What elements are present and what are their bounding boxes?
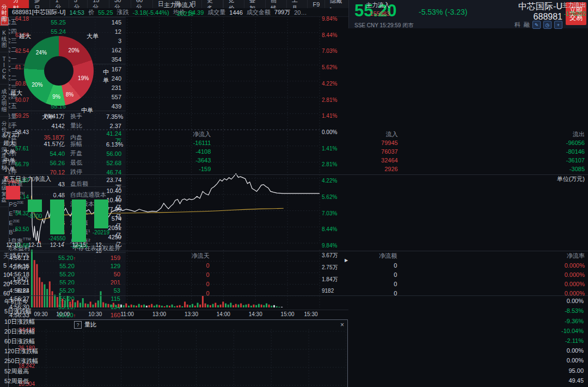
days-table-row: 20000.000% xyxy=(0,279,588,288)
edit-icon[interactable]: ✎ xyxy=(532,21,541,29)
stock-app-window: 分时图K线图TICK成交明细分价表深度资料超级复盘 分时多日1分5分15分30分… xyxy=(0,0,588,387)
flow-table-row-小单: 小单-1592926-3085 xyxy=(0,165,588,173)
donut-segment-label: 中单 xyxy=(103,68,111,84)
donut-percent-label: 8% xyxy=(66,91,74,97)
days-table-row: 10000.000% xyxy=(0,270,588,279)
period-stat-10日涨跌幅: 10日涨跌幅-9.36% xyxy=(0,318,588,326)
donut-segment-label: 大单 xyxy=(42,113,54,121)
five-day-dates: 12-1012-1112-1412-1512-16 xyxy=(2,242,112,250)
quote-badges: 科融✎◷+ xyxy=(511,21,562,29)
flow-table-row-大单: 大单-410876037-80146 xyxy=(0,147,588,156)
percent-axis-label: 9.84% xyxy=(322,243,347,249)
net-inflow-days-table: 天数净流天净流额净流率5000.000%10000.000%20000.000%… xyxy=(0,251,588,298)
period-stat-52周最低: 52周最低49.45 xyxy=(0,377,588,385)
five-day-bar-chart: 9448-8700-24550-29804-20219 xyxy=(2,185,112,242)
flow-summary-label: 主力流出 xyxy=(392,1,588,9)
five-day-bar xyxy=(94,199,108,228)
donut-segment-label: 大单 xyxy=(87,32,99,40)
five-day-bar-value: -24550 xyxy=(48,235,65,241)
period-stat-年初至今: 年初至今0.00% xyxy=(0,298,588,306)
period-stat-250日涨跌幅: 250日涨跌幅0.00% xyxy=(0,357,588,365)
percent-axis-label: 5.62% xyxy=(322,194,347,200)
five-day-bar-value: -8700 xyxy=(28,213,42,219)
flow-table-row-超大: 超大-1611179945-96056 xyxy=(0,138,588,147)
flow-summary-value: -20219 xyxy=(0,10,196,17)
period-stat-20日涨跌幅: 20日涨跌幅-10.04% xyxy=(0,328,588,336)
percent-axis-label: 2.81% xyxy=(322,97,347,103)
donut-percent-label: 20% xyxy=(32,82,42,88)
flow-table-header: (万元)净流入流入流出 xyxy=(0,130,588,138)
period-stat-5日涨跌幅: 5日涨跌幅-8.53% xyxy=(0,307,588,316)
donut-segment-label: 超大 xyxy=(10,89,22,97)
days-table-row: 5000.000% xyxy=(0,261,588,270)
period-stat-120日涨跌幅: 120日涨跌幅0.00% xyxy=(0,347,588,355)
period-change-stats: 年初至今0.00%5日涨跌幅-8.53%10日涨跌幅-9.36%20日涨跌幅-1… xyxy=(0,295,588,387)
percent-axis-label: 5.62% xyxy=(322,64,347,70)
flow-summary-label: 主力净流入 xyxy=(0,1,196,9)
flow-summary-value: -176202 xyxy=(392,10,588,17)
five-day-bar-value: -20219 xyxy=(93,229,109,235)
main-flow-summary: 主力净流入主力流入主力流出-20219155983-176202 xyxy=(0,0,588,17)
market-status: SSE CNY 15:29:59 闭市 xyxy=(354,22,413,29)
donut-hole xyxy=(44,56,74,86)
five-day-section-header: 近五日主力净流入 单位(万元) xyxy=(0,174,588,183)
flow-summary-label: 主力流入 xyxy=(196,1,392,9)
five-day-date-label: 12-10 xyxy=(6,242,20,248)
fund-flow-table: (万元)净流入流入流出超大-1611179945-96056大单-4108760… xyxy=(0,130,588,173)
flow-table-row-中单: 中单-364332464-36107 xyxy=(0,156,588,165)
five-day-bar xyxy=(72,199,86,242)
fund-flow-donut: 20%19%8%9%20%24%超大大单中单中单大单超大 xyxy=(0,20,114,129)
five-day-date-label: 12-15 xyxy=(72,242,86,248)
add-icon[interactable]: + xyxy=(554,21,562,29)
five-day-bar-value: 9448 xyxy=(7,179,19,185)
days-table-header: 天数净流天净流额净流率 xyxy=(0,251,588,261)
percent-axis-label: 8.44% xyxy=(322,226,347,232)
five-day-unit: 单位(万元) xyxy=(557,175,585,183)
period-stat-60日涨跌幅: 60日涨跌幅-2.11% xyxy=(0,337,588,346)
badge-科: 科 xyxy=(514,21,520,29)
badge-融: 融 xyxy=(524,21,530,29)
percent-axis-label: 4.22% xyxy=(322,81,347,87)
five-day-bar xyxy=(28,199,42,212)
donut-segment-label: 超大 xyxy=(19,32,31,40)
donut-percent-label: 9% xyxy=(52,93,60,99)
percent-axis-label: 1.41% xyxy=(322,113,347,119)
percent-axis-label: 8.44% xyxy=(322,32,347,38)
five-day-date-label: 12-11 xyxy=(28,242,42,248)
alert-icon[interactable]: ◷ xyxy=(543,21,552,29)
donut-percent-label: 19% xyxy=(78,75,89,81)
donut-percent-label: 20% xyxy=(69,47,79,53)
period-stat-52周最高: 52周最高95.00 xyxy=(0,367,588,376)
donut-segment-label: 中单 xyxy=(81,106,93,114)
five-day-date-label: 12-14 xyxy=(50,242,64,248)
fund-flow-panel: 主力净流入主力流入主力流出-20219155983-176202 ? 20%19… xyxy=(0,359,115,387)
flow-summary-value: 155983 xyxy=(196,10,392,17)
percent-axis-label: 7.03% xyxy=(322,210,347,216)
five-day-bar xyxy=(6,186,20,199)
percent-axis-label: 7.03% xyxy=(322,48,347,54)
donut-percent-label: 24% xyxy=(36,49,47,55)
five-day-bar xyxy=(50,199,64,234)
